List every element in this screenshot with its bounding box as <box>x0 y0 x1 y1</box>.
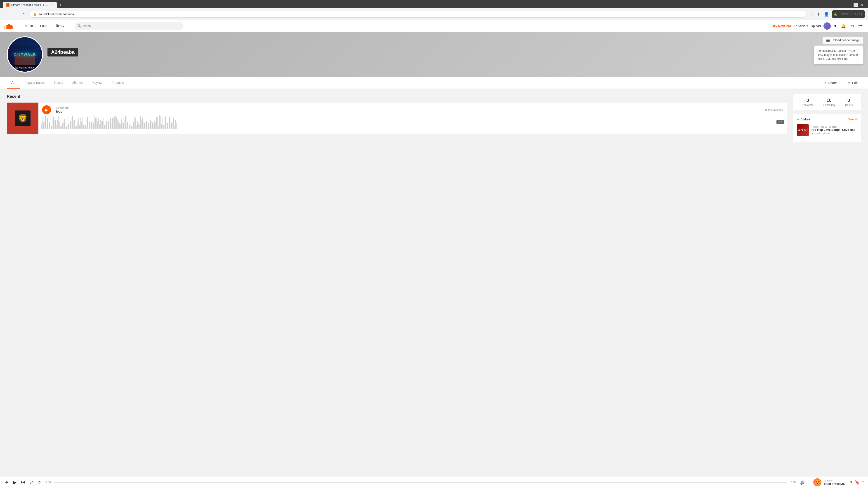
waveform-bar <box>106 121 107 129</box>
waveform-bar <box>53 117 54 129</box>
player-skip-forward-button[interactable]: ⏭ <box>20 479 26 486</box>
messages-icon[interactable]: ✉ <box>849 23 855 29</box>
waveform-bar <box>142 118 143 129</box>
user-avatar[interactable] <box>824 22 831 30</box>
waveform-bar <box>165 117 166 129</box>
search-input[interactable] <box>81 24 180 28</box>
waveform-bar <box>122 119 122 129</box>
tab-albums[interactable]: Albums <box>68 77 87 89</box>
edit-button[interactable]: ✏ Edit <box>844 78 861 88</box>
waveform-bar <box>103 126 103 129</box>
likes-count: 5 likes <box>801 118 810 121</box>
volume-icon[interactable]: 🔊 <box>799 479 806 486</box>
soundcloud-logo[interactable] <box>4 23 14 29</box>
upload-avatar-button[interactable]: 📷 Upload image <box>13 65 37 70</box>
waveform-bar <box>173 124 173 129</box>
waveform-bar <box>156 117 157 129</box>
notifications-icon[interactable]: 🔔 <box>840 23 847 29</box>
waveform-bar <box>141 124 141 129</box>
waveform-bar <box>170 119 170 129</box>
back-button[interactable]: ← <box>3 11 9 18</box>
waveform-bar <box>55 126 55 129</box>
track-title[interactable]: tiger <box>56 109 69 113</box>
tracks-value[interactable]: 0 <box>845 98 853 103</box>
player-current-time: 0:00 <box>45 481 51 484</box>
waveform-bar <box>107 122 107 129</box>
waveform-bar <box>91 117 91 129</box>
following-value[interactable]: 10 <box>824 98 835 103</box>
for-artists-link[interactable]: For Artists <box>794 24 808 28</box>
waveform-bar <box>132 126 132 129</box>
restore-button[interactable]: ⬜ <box>853 2 858 7</box>
waveform-bar <box>121 119 122 129</box>
player-track-artist: Wavey <box>824 479 845 482</box>
address-bar[interactable]: 🔒 soundcloud.com/a24beaba <box>29 11 807 18</box>
close-window-button[interactable]: ✕ <box>860 2 864 7</box>
upload-header-image-button[interactable]: 📷 Upload header image <box>822 36 864 44</box>
forward-button[interactable]: → <box>12 11 19 18</box>
tab-tracks[interactable]: Tracks <box>49 77 67 89</box>
upload-link[interactable]: Upload <box>811 24 821 28</box>
tab-all[interactable]: All <box>7 77 20 89</box>
player-skip-back-button[interactable]: ⏮ <box>4 479 9 486</box>
waveform-bar <box>160 119 160 129</box>
avatar-image <box>824 22 831 30</box>
tab-playlists[interactable]: Playlists <box>87 77 108 89</box>
track-waveform[interactable] <box>41 115 774 129</box>
chevron-down-icon[interactable]: ▾ <box>833 23 837 29</box>
waveform-bar <box>99 126 99 129</box>
followers-label: Followers <box>802 103 813 107</box>
waveform-bar <box>142 120 142 129</box>
more-options-icon[interactable]: ••• <box>857 23 864 29</box>
player-repeat-button[interactable]: ↺ <box>37 479 42 486</box>
waveform-bar <box>133 122 134 129</box>
tab-popular-tracks[interactable]: Popular tracks <box>20 77 49 89</box>
nav-home[interactable]: Home <box>21 20 36 32</box>
profile-header: 📷 Upload header image For best results, … <box>0 32 868 77</box>
view-all-link[interactable]: View all <box>848 118 858 121</box>
nav-library[interactable]: Library <box>51 20 68 32</box>
waveform-bar <box>108 121 109 129</box>
active-tab[interactable]: 🎵 Stream A24beaba music | Liste... × <box>3 2 57 8</box>
nav-feed[interactable]: Feed <box>36 20 51 32</box>
search-bar[interactable]: 🔍 <box>74 22 183 30</box>
tab-reposts[interactable]: Reposts <box>108 77 128 89</box>
tab-close-button[interactable]: × <box>51 3 54 7</box>
new-tab-button[interactable]: + <box>57 2 64 8</box>
waveform-bar <box>118 119 118 129</box>
incognito-badge[interactable]: 🕵 Incognito (2) <box>832 10 865 18</box>
waveform-bar <box>123 123 124 129</box>
waveform-bar <box>74 120 75 129</box>
minimize-button[interactable]: — <box>847 2 851 7</box>
waveform-bar <box>145 125 145 129</box>
like-item: LOvE RaP Hustle: Rap & Hip-Hop Hip-Hop L… <box>797 124 858 136</box>
track-play-button[interactable]: ▶ <box>42 105 51 114</box>
player-add-to-playlist-button[interactable]: 🔖 <box>855 480 860 485</box>
followers-value: 0 <box>802 98 813 103</box>
like-count: 21.6K <box>814 132 820 135</box>
waveform-bar <box>100 120 101 129</box>
player-heart-button[interactable]: ♥ <box>850 480 852 485</box>
player-progress-bar[interactable] <box>54 482 787 483</box>
bookmark-icon[interactable]: ☆ <box>809 11 814 18</box>
player-track-title[interactable]: Trust Freestyle <box>824 482 845 486</box>
waveform-bar <box>123 123 123 129</box>
reload-button[interactable]: ↻ <box>21 11 27 18</box>
waveform-bar <box>60 126 61 129</box>
player-play-button[interactable]: ▶ <box>12 479 18 486</box>
share-button[interactable]: ↗ Share <box>820 78 840 88</box>
download-icon[interactable]: ⬇ <box>816 11 821 18</box>
player-shuffle-button[interactable]: ⇌ <box>29 479 34 486</box>
waveform-bar <box>148 123 149 129</box>
try-pro-link[interactable]: Try Next Pro <box>772 24 791 28</box>
waveform-bar <box>151 120 151 129</box>
svg-rect-6 <box>11 25 12 29</box>
like-title[interactable]: Hip-Hop Love Songs: Love Rap <box>811 128 858 131</box>
player-queue-button[interactable]: ≡ <box>862 480 864 485</box>
profile-icon[interactable]: 👤 <box>823 11 830 18</box>
track-timestamp: 55 minutes ago <box>765 108 783 111</box>
waveform-bar <box>144 122 144 129</box>
nav-right-actions: Try Next Pro For Artists Upload ▾ 🔔 ✉ ••… <box>772 22 864 30</box>
waveform-bar <box>147 123 147 129</box>
profile-content: Recent 🦁 ▶ <box>0 89 868 148</box>
